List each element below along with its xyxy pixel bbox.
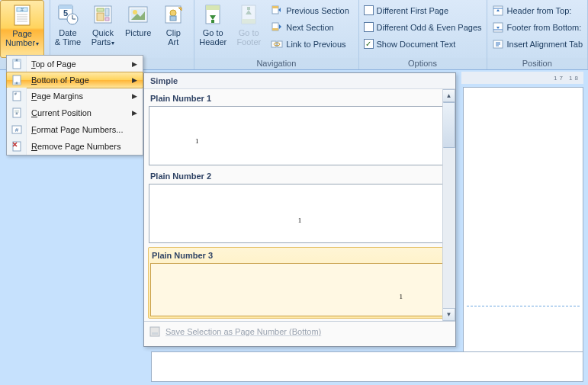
checkbox-icon — [364, 5, 374, 15]
dropdown-caret-icon: ▾ — [36, 40, 39, 47]
svg-rect-71 — [152, 332, 158, 335]
page-number-gallery: Simple Plain Number 1 1 Plain Number 2 1… — [143, 72, 456, 347]
page-number-label-1: Page — [12, 29, 32, 38]
gallery-preview: 1 — [149, 106, 451, 165]
remove-page-numbers-icon — [7, 138, 27, 155]
svg-rect-33 — [247, 7, 250, 10]
current-position-icon: # — [7, 104, 27, 121]
svg-text:#: # — [16, 81, 18, 85]
date-time-button[interactable]: 5 Date& Time — [50, 0, 85, 58]
options-group-label: Options — [359, 58, 487, 69]
scroll-down-button[interactable]: ▼ — [443, 308, 455, 321]
svg-text:#: # — [21, 7, 24, 12]
svg-rect-16 — [97, 13, 104, 21]
page-number-button[interactable]: # PageNumber▾ — [0, 0, 44, 58]
svg-text:#: # — [15, 58, 18, 63]
footer-from-bottom-field[interactable]: Footer from Bottom: — [492, 19, 583, 35]
svg-rect-38 — [272, 28, 278, 30]
svg-text:#: # — [14, 127, 18, 133]
link-to-previous-icon — [271, 38, 283, 50]
menu-current-position[interactable]: # Current Position ▶ — [7, 104, 143, 121]
picture-button[interactable]: Picture — [120, 0, 156, 58]
scroll-thumb[interactable] — [443, 102, 455, 148]
goto-header-icon — [201, 2, 225, 27]
footer-bottom-icon — [492, 21, 504, 34]
format-page-numbers-icon: # — [7, 121, 27, 138]
menu-top-of-page[interactable]: # Top of Page ▶ — [7, 56, 143, 72]
svg-text:5: 5 — [63, 8, 68, 18]
svg-point-20 — [133, 10, 137, 14]
quick-parts-button[interactable]: QuickParts▾ — [85, 0, 120, 58]
clip-art-button[interactable]: ClipArt — [156, 0, 191, 58]
link-to-previous-button[interactable]: Link to Previous — [271, 36, 349, 52]
svg-text:#: # — [14, 91, 17, 96]
gallery-preview: 1 — [149, 184, 451, 243]
different-first-page-checkbox[interactable]: Different First Page — [364, 2, 482, 18]
svg-rect-24 — [170, 16, 176, 21]
goto-header-button[interactable]: Go toHeader — [194, 0, 231, 58]
menu-remove-page-numbers[interactable]: Remove Page Numbers — [7, 138, 143, 155]
menu-page-margins[interactable]: # Page Margins ▶ — [7, 88, 143, 104]
gallery-item-plain-number-1[interactable]: Plain Number 1 1 — [149, 92, 451, 165]
previous-section-button[interactable]: Previous Section — [271, 2, 349, 18]
next-section-button[interactable]: Next Section — [271, 19, 349, 35]
submenu-arrow-icon: ▶ — [132, 92, 143, 100]
page-number-label-2: Number — [5, 38, 35, 47]
top-of-page-icon: # — [7, 56, 27, 72]
svg-rect-15 — [105, 8, 109, 16]
svg-rect-17 — [105, 18, 109, 21]
picture-icon — [126, 2, 150, 27]
svg-marker-39 — [279, 24, 281, 29]
svg-rect-29 — [211, 20, 214, 23]
bottom-of-page-icon: # — [7, 72, 27, 88]
header-top-icon — [492, 5, 504, 17]
quick-parts-icon — [91, 2, 115, 27]
goto-footer-icon — [236, 2, 261, 27]
navigation-group-label: Navigation — [194, 58, 358, 69]
scroll-up-button[interactable]: ▲ — [443, 89, 455, 102]
menu-format-page-numbers[interactable]: # Format Page Numbers... — [7, 121, 143, 138]
submenu-arrow-icon: ▶ — [132, 76, 143, 84]
gallery-section-header: Simple — [144, 73, 455, 89]
gallery-save-selection: Save Selection as Page Number (Bottom) — [144, 321, 455, 342]
svg-text:#: # — [15, 111, 18, 116]
next-section-icon — [271, 21, 283, 34]
insert-alignment-tab-button[interactable]: Insert Alignment Tab — [492, 36, 583, 52]
gallery-scrollbar[interactable]: ▲ ▼ — [442, 89, 455, 321]
svg-rect-27 — [206, 5, 220, 10]
save-selection-icon — [149, 326, 161, 338]
show-document-text-checkbox[interactable]: ✓ Show Document Text — [364, 36, 482, 52]
footer-boundary-line — [467, 306, 580, 306]
page-margins-icon: # — [7, 88, 27, 104]
document-page — [463, 87, 583, 361]
header-from-top-field[interactable]: Header from Top: — [492, 2, 583, 18]
gallery-item-plain-number-3[interactable]: Plain Number 3 1 — [148, 247, 451, 319]
menu-bottom-of-page[interactable]: # Bottom of Page ▶ — [6, 72, 143, 88]
svg-rect-35 — [272, 6, 278, 8]
page-number-icon: # — [10, 3, 34, 27]
position-group-label: Position — [487, 58, 587, 69]
different-odd-even-checkbox[interactable]: Different Odd & Even Pages — [364, 19, 482, 35]
date-time-icon: 5 — [56, 2, 80, 27]
submenu-arrow-icon: ▶ — [132, 60, 143, 68]
svg-rect-14 — [97, 8, 104, 11]
clip-art-icon — [161, 2, 185, 27]
alignment-tab-icon — [492, 38, 504, 50]
previous-section-icon — [271, 5, 283, 17]
gallery-preview: 1 — [150, 263, 449, 316]
submenu-arrow-icon: ▶ — [132, 109, 143, 117]
goto-footer-button[interactable]: Go toFooter — [231, 0, 266, 58]
checkbox-icon — [364, 22, 374, 32]
gallery-item-plain-number-2[interactable]: Plain Number 2 1 — [149, 170, 451, 243]
svg-rect-31 — [242, 19, 255, 24]
svg-point-23 — [170, 10, 176, 16]
document-page-next — [151, 351, 583, 382]
checkbox-checked-icon: ✓ — [364, 39, 374, 49]
horizontal-ruler: 17 18 — [461, 72, 583, 84]
page-number-menu: # Top of Page ▶ # Bottom of Page ▶ # Pag… — [6, 55, 143, 156]
svg-rect-70 — [150, 327, 159, 336]
